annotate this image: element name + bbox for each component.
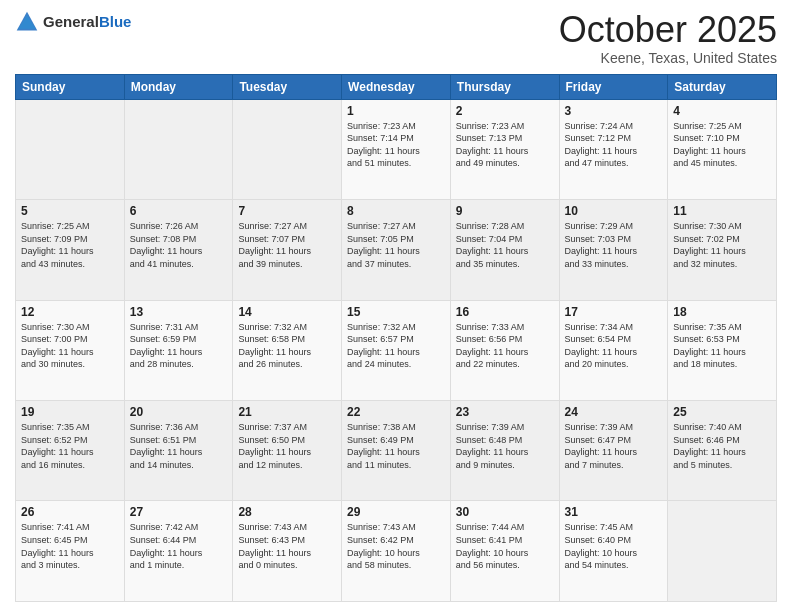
day-info: Sunrise: 7:25 AMSunset: 7:10 PMDaylight:… xyxy=(673,120,771,170)
day-number: 31 xyxy=(565,505,663,519)
day-number: 5 xyxy=(21,204,119,218)
day-number: 6 xyxy=(130,204,228,218)
day-number: 10 xyxy=(565,204,663,218)
day-info: Sunrise: 7:39 AMSunset: 6:48 PMDaylight:… xyxy=(456,421,554,471)
col-saturday: Saturday xyxy=(668,74,777,99)
day-number: 22 xyxy=(347,405,445,419)
day-number: 7 xyxy=(238,204,336,218)
day-number: 20 xyxy=(130,405,228,419)
col-sunday: Sunday xyxy=(16,74,125,99)
calendar-cell: 17Sunrise: 7:34 AMSunset: 6:54 PMDayligh… xyxy=(559,300,668,400)
day-info: Sunrise: 7:32 AMSunset: 6:57 PMDaylight:… xyxy=(347,321,445,371)
day-info: Sunrise: 7:24 AMSunset: 7:12 PMDaylight:… xyxy=(565,120,663,170)
day-number: 19 xyxy=(21,405,119,419)
day-info: Sunrise: 7:23 AMSunset: 7:13 PMDaylight:… xyxy=(456,120,554,170)
day-info: Sunrise: 7:36 AMSunset: 6:51 PMDaylight:… xyxy=(130,421,228,471)
calendar-cell xyxy=(233,99,342,199)
day-info: Sunrise: 7:41 AMSunset: 6:45 PMDaylight:… xyxy=(21,521,119,571)
logo: GeneralBlue xyxy=(15,10,131,34)
day-info: Sunrise: 7:27 AMSunset: 7:07 PMDaylight:… xyxy=(238,220,336,270)
day-info: Sunrise: 7:43 AMSunset: 6:43 PMDaylight:… xyxy=(238,521,336,571)
day-info: Sunrise: 7:30 AMSunset: 7:00 PMDaylight:… xyxy=(21,321,119,371)
day-number: 28 xyxy=(238,505,336,519)
day-number: 17 xyxy=(565,305,663,319)
calendar-cell: 30Sunrise: 7:44 AMSunset: 6:41 PMDayligh… xyxy=(450,501,559,602)
calendar-cell: 15Sunrise: 7:32 AMSunset: 6:57 PMDayligh… xyxy=(342,300,451,400)
day-number: 4 xyxy=(673,104,771,118)
calendar-cell: 4Sunrise: 7:25 AMSunset: 7:10 PMDaylight… xyxy=(668,99,777,199)
calendar-header-row: Sunday Monday Tuesday Wednesday Thursday… xyxy=(16,74,777,99)
calendar-week-row-1: 1Sunrise: 7:23 AMSunset: 7:14 PMDaylight… xyxy=(16,99,777,199)
day-info: Sunrise: 7:43 AMSunset: 6:42 PMDaylight:… xyxy=(347,521,445,571)
day-info: Sunrise: 7:44 AMSunset: 6:41 PMDaylight:… xyxy=(456,521,554,571)
calendar-cell: 20Sunrise: 7:36 AMSunset: 6:51 PMDayligh… xyxy=(124,401,233,501)
calendar-cell: 6Sunrise: 7:26 AMSunset: 7:08 PMDaylight… xyxy=(124,200,233,300)
calendar-cell: 7Sunrise: 7:27 AMSunset: 7:07 PMDaylight… xyxy=(233,200,342,300)
day-info: Sunrise: 7:45 AMSunset: 6:40 PMDaylight:… xyxy=(565,521,663,571)
calendar-cell: 12Sunrise: 7:30 AMSunset: 7:00 PMDayligh… xyxy=(16,300,125,400)
calendar-cell: 11Sunrise: 7:30 AMSunset: 7:02 PMDayligh… xyxy=(668,200,777,300)
header: GeneralBlue October 2025 Keene, Texas, U… xyxy=(15,10,777,66)
day-number: 13 xyxy=(130,305,228,319)
day-info: Sunrise: 7:35 AMSunset: 6:53 PMDaylight:… xyxy=(673,321,771,371)
calendar-cell: 22Sunrise: 7:38 AMSunset: 6:49 PMDayligh… xyxy=(342,401,451,501)
day-number: 8 xyxy=(347,204,445,218)
col-tuesday: Tuesday xyxy=(233,74,342,99)
calendar-cell: 26Sunrise: 7:41 AMSunset: 6:45 PMDayligh… xyxy=(16,501,125,602)
calendar-cell: 25Sunrise: 7:40 AMSunset: 6:46 PMDayligh… xyxy=(668,401,777,501)
day-number: 15 xyxy=(347,305,445,319)
day-number: 27 xyxy=(130,505,228,519)
day-number: 9 xyxy=(456,204,554,218)
title-section: October 2025 Keene, Texas, United States xyxy=(559,10,777,66)
calendar-week-row-5: 26Sunrise: 7:41 AMSunset: 6:45 PMDayligh… xyxy=(16,501,777,602)
logo-text: GeneralBlue xyxy=(43,14,131,31)
day-info: Sunrise: 7:23 AMSunset: 7:14 PMDaylight:… xyxy=(347,120,445,170)
calendar-cell: 31Sunrise: 7:45 AMSunset: 6:40 PMDayligh… xyxy=(559,501,668,602)
calendar-table: Sunday Monday Tuesday Wednesday Thursday… xyxy=(15,74,777,602)
calendar-cell: 27Sunrise: 7:42 AMSunset: 6:44 PMDayligh… xyxy=(124,501,233,602)
svg-marker-1 xyxy=(18,15,35,29)
col-monday: Monday xyxy=(124,74,233,99)
calendar-cell: 23Sunrise: 7:39 AMSunset: 6:48 PMDayligh… xyxy=(450,401,559,501)
day-number: 21 xyxy=(238,405,336,419)
logo-icon xyxy=(15,10,39,34)
calendar-cell xyxy=(124,99,233,199)
day-info: Sunrise: 7:25 AMSunset: 7:09 PMDaylight:… xyxy=(21,220,119,270)
calendar-body: 1Sunrise: 7:23 AMSunset: 7:14 PMDaylight… xyxy=(16,99,777,601)
calendar-week-row-3: 12Sunrise: 7:30 AMSunset: 7:00 PMDayligh… xyxy=(16,300,777,400)
calendar-cell xyxy=(668,501,777,602)
day-info: Sunrise: 7:32 AMSunset: 6:58 PMDaylight:… xyxy=(238,321,336,371)
day-number: 25 xyxy=(673,405,771,419)
calendar-cell: 8Sunrise: 7:27 AMSunset: 7:05 PMDaylight… xyxy=(342,200,451,300)
day-info: Sunrise: 7:34 AMSunset: 6:54 PMDaylight:… xyxy=(565,321,663,371)
logo-general: General xyxy=(43,13,99,30)
day-number: 26 xyxy=(21,505,119,519)
calendar-cell: 14Sunrise: 7:32 AMSunset: 6:58 PMDayligh… xyxy=(233,300,342,400)
calendar-cell xyxy=(16,99,125,199)
calendar-cell: 29Sunrise: 7:43 AMSunset: 6:42 PMDayligh… xyxy=(342,501,451,602)
calendar-cell: 5Sunrise: 7:25 AMSunset: 7:09 PMDaylight… xyxy=(16,200,125,300)
calendar-cell: 21Sunrise: 7:37 AMSunset: 6:50 PMDayligh… xyxy=(233,401,342,501)
day-number: 30 xyxy=(456,505,554,519)
day-info: Sunrise: 7:42 AMSunset: 6:44 PMDaylight:… xyxy=(130,521,228,571)
day-info: Sunrise: 7:37 AMSunset: 6:50 PMDaylight:… xyxy=(238,421,336,471)
day-number: 2 xyxy=(456,104,554,118)
calendar-cell: 16Sunrise: 7:33 AMSunset: 6:56 PMDayligh… xyxy=(450,300,559,400)
calendar-cell: 18Sunrise: 7:35 AMSunset: 6:53 PMDayligh… xyxy=(668,300,777,400)
calendar-cell: 2Sunrise: 7:23 AMSunset: 7:13 PMDaylight… xyxy=(450,99,559,199)
day-number: 24 xyxy=(565,405,663,419)
day-info: Sunrise: 7:26 AMSunset: 7:08 PMDaylight:… xyxy=(130,220,228,270)
col-friday: Friday xyxy=(559,74,668,99)
logo-blue: Blue xyxy=(99,13,132,30)
day-info: Sunrise: 7:33 AMSunset: 6:56 PMDaylight:… xyxy=(456,321,554,371)
day-info: Sunrise: 7:30 AMSunset: 7:02 PMDaylight:… xyxy=(673,220,771,270)
day-number: 29 xyxy=(347,505,445,519)
col-thursday: Thursday xyxy=(450,74,559,99)
calendar-cell: 13Sunrise: 7:31 AMSunset: 6:59 PMDayligh… xyxy=(124,300,233,400)
day-number: 16 xyxy=(456,305,554,319)
day-info: Sunrise: 7:35 AMSunset: 6:52 PMDaylight:… xyxy=(21,421,119,471)
day-info: Sunrise: 7:39 AMSunset: 6:47 PMDaylight:… xyxy=(565,421,663,471)
calendar-cell: 1Sunrise: 7:23 AMSunset: 7:14 PMDaylight… xyxy=(342,99,451,199)
calendar-week-row-2: 5Sunrise: 7:25 AMSunset: 7:09 PMDaylight… xyxy=(16,200,777,300)
col-wednesday: Wednesday xyxy=(342,74,451,99)
